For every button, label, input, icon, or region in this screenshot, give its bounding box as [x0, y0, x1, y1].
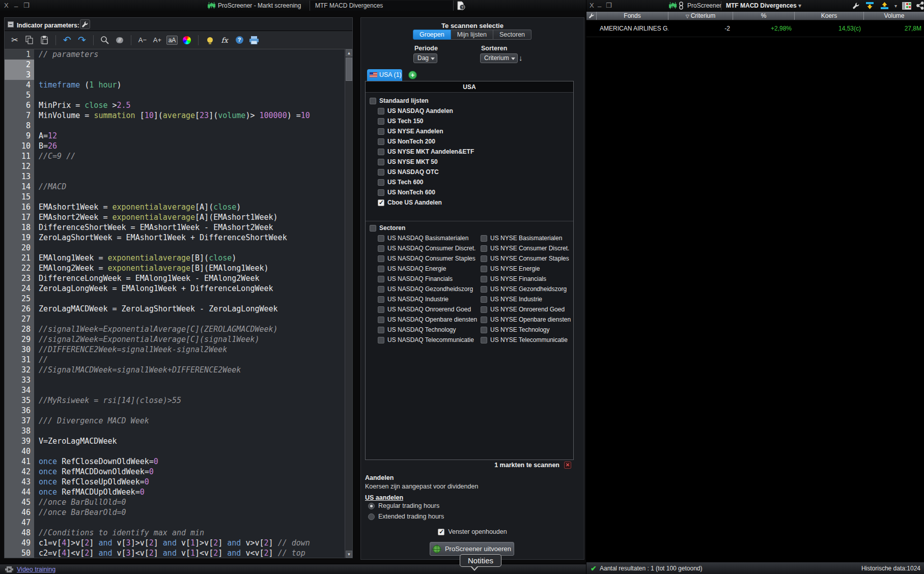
minimize-icon[interactable]: _ [14, 0, 18, 7]
maximize-icon[interactable]: ❒ [23, 2, 30, 9]
keep-window-open-checkbox[interactable] [438, 529, 444, 535]
link-chain-icon[interactable] [679, 2, 684, 10]
code-line[interactable]: 20 [5, 243, 352, 253]
code-line[interactable]: 28//signal1Week=ExponentialAverage[C](ZE… [5, 324, 352, 334]
increase-font-icon[interactable]: A+ [152, 35, 162, 45]
column-header-volume[interactable]: Volume [864, 12, 924, 20]
code-line[interactable]: 16EMAshort1Week = exponentialaverage[A](… [5, 202, 352, 212]
code-line[interactable]: 14//MACD [5, 182, 352, 192]
code-line[interactable]: 40 [5, 446, 352, 456]
code-line[interactable]: 25 [5, 294, 352, 304]
code-line[interactable]: 41once RefCloseDownOldWeek=0 [5, 456, 352, 467]
code-line[interactable]: 45//once BarBullOld=0 [5, 497, 352, 507]
code-line[interactable]: 15 [5, 192, 352, 202]
add-market-button[interactable]: + [408, 71, 417, 79]
code-line[interactable]: 12 [5, 161, 352, 171]
regular-hours-radio[interactable] [368, 503, 375, 509]
checkbox-unchecked[interactable] [378, 337, 384, 343]
checkbox-unchecked[interactable] [481, 327, 487, 333]
code-line[interactable]: 19ZeroLagShortWeek = EMAshort1Week + Dif… [5, 233, 352, 243]
checkbox-unchecked[interactable] [378, 128, 384, 135]
code-line[interactable]: 2 [5, 60, 352, 70]
checkbox-unchecked[interactable] [378, 189, 384, 196]
close-icon[interactable]: X [590, 2, 594, 9]
import-icon[interactable] [865, 2, 875, 10]
scan-tab-mijn-lijsten[interactable]: Mijn lijsten [451, 30, 493, 40]
scan-tab-groepen[interactable]: Groepen [413, 30, 451, 40]
export-icon[interactable] [880, 2, 889, 10]
checkbox-unchecked[interactable] [481, 296, 487, 303]
checkbox-unchecked[interactable] [378, 255, 384, 262]
code-line[interactable]: 37/// Divergence MACD Week [5, 416, 352, 426]
code-line[interactable]: 4timeframe (1 hour) [5, 80, 352, 90]
code-line[interactable]: 39V=ZeroLagMACDWeek [5, 436, 352, 446]
checkbox-unchecked[interactable] [378, 306, 384, 313]
code-line[interactable]: 27 [5, 314, 352, 324]
font-settings-icon[interactable]: aA [167, 35, 177, 45]
checkbox-unchecked[interactable] [378, 276, 384, 282]
scan-tab-sectoren[interactable]: Sectoren [493, 30, 531, 40]
checkbox-unchecked[interactable] [378, 245, 384, 252]
cut-icon[interactable]: ✂ [10, 35, 20, 45]
checkbox-unchecked[interactable] [378, 317, 384, 323]
checkbox-unchecked[interactable] [378, 235, 384, 242]
column-header-pct[interactable]: % [733, 12, 795, 20]
checkbox-unchecked[interactable] [481, 245, 487, 252]
code-line[interactable]: 43once RefCloseUpOldWeek=0 [5, 477, 352, 487]
code-line[interactable]: 33 [5, 375, 352, 385]
code-line[interactable]: 5 [5, 90, 352, 100]
column-header-koers[interactable]: Koers [795, 12, 864, 20]
maximize-icon[interactable]: ❒ [606, 2, 612, 9]
checkbox-unchecked[interactable] [378, 296, 384, 303]
code-line[interactable]: 31// [5, 355, 352, 365]
help-icon[interactable]: ? [234, 35, 244, 45]
checkbox-unchecked[interactable] [481, 235, 487, 242]
results-table-row[interactable]: AMERICAN AIRLINES G...-2+2,98%14,53(c)27… [586, 20, 924, 37]
editor-scrollbar[interactable]: ▲ ▼ [345, 49, 352, 558]
share-icon[interactable] [916, 2, 924, 10]
checkbox-unchecked[interactable] [378, 169, 384, 176]
code-line[interactable]: 32//SignalMACDWeek=signal1Week+DIFFERENC… [5, 365, 352, 375]
document-help-icon[interactable]: ? [456, 1, 465, 10]
checkbox-unchecked[interactable] [378, 266, 384, 272]
code-line[interactable]: 11//C=9 // [5, 151, 352, 161]
code-line[interactable]: 49c1=v[4]>v[2] and v[3]>v[2] and v[1]>v[… [5, 538, 352, 548]
checkbox-unchecked[interactable] [378, 159, 384, 165]
checkbox-unchecked[interactable] [481, 317, 487, 323]
code-line[interactable]: 29//signal2Week=ExponentialAverage[C](si… [5, 334, 352, 345]
function-icon[interactable]: fx [219, 35, 230, 45]
code-line[interactable]: 1// parameters [5, 49, 352, 60]
code-line[interactable]: 6MinPrix = close >2.5 [5, 100, 352, 110]
scroll-up-icon[interactable]: ▲ [346, 49, 352, 56]
code-line[interactable]: 34 [5, 385, 352, 395]
checkbox-unchecked[interactable] [378, 108, 384, 114]
checkbox-unchecked[interactable] [370, 98, 376, 104]
code-editor[interactable]: 1// parameters234timeframe (1 hour)56Min… [5, 49, 352, 558]
checkbox-unchecked[interactable] [378, 118, 384, 125]
code-line[interactable]: 23DifferenceLongWeek = EMAlong1Week - EM… [5, 273, 352, 283]
decrease-font-icon[interactable]: A− [137, 35, 148, 45]
table-colors-icon[interactable] [902, 2, 911, 10]
checkbox-unchecked[interactable] [378, 149, 384, 155]
scroll-down-icon[interactable]: ▼ [346, 551, 352, 558]
code-line[interactable]: 17EMAshort2Week = exponentialaverage[A](… [5, 212, 352, 222]
code-line[interactable]: 30//DIFFERENCE2Week=signal1Week-signal2W… [5, 345, 352, 355]
minimize-icon[interactable]: _ [598, 0, 601, 7]
lightbulb-icon[interactable] [205, 35, 215, 45]
checkbox-unchecked[interactable] [481, 306, 487, 313]
code-line[interactable]: 44once RefMACDUpOldWeek=0 [5, 487, 352, 497]
extended-hours-radio[interactable] [368, 513, 375, 520]
checkbox-unchecked[interactable] [378, 327, 384, 333]
checkbox-unchecked[interactable] [378, 179, 384, 186]
checkbox-checked[interactable] [378, 199, 384, 206]
color-wheel-icon[interactable] [182, 35, 192, 45]
code-line[interactable]: 3 [5, 70, 352, 80]
checkbox-unchecked[interactable] [378, 138, 384, 145]
run-proscreener-button[interactable]: ProScreener uitvoeren [430, 542, 514, 556]
notities-tooltip[interactable]: Notities [460, 554, 501, 567]
wrench-icon[interactable] [852, 2, 860, 10]
remove-market-button[interactable]: ✕ [564, 462, 571, 469]
table-settings-wrench-icon[interactable] [586, 12, 597, 20]
code-line[interactable]: 24ZeroLagLongWeek = EMAlong1Week + Diffe… [5, 283, 352, 294]
checkbox-unchecked[interactable] [481, 255, 487, 262]
